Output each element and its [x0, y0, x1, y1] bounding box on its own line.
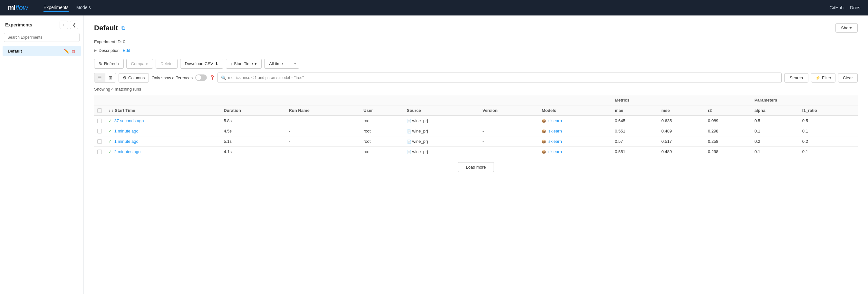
source-icon: 📄 [407, 119, 411, 123]
search-icon: 🔍 [221, 76, 226, 80]
sort-button[interactable]: ↓ Start Time ▾ [226, 59, 261, 69]
run-link[interactable]: 1 minute ago [114, 139, 138, 144]
model-link[interactable]: sklearn [548, 139, 562, 144]
model-link[interactable]: sklearn [548, 149, 562, 154]
run-link[interactable]: 2 minutes ago [114, 149, 141, 154]
search-button[interactable]: Search [784, 73, 808, 83]
row-duration: 4.5s [220, 126, 285, 136]
table-row: ✓ 37 seconds ago 5.8s - root 📄wine_prj -… [94, 116, 858, 126]
time-select[interactable]: All time Last hour Last day Last week La… [264, 59, 299, 69]
logo-ml: ml [8, 4, 16, 12]
compare-button[interactable]: Compare [126, 59, 153, 69]
list-view-button[interactable]: ☰ [94, 73, 105, 82]
runs-table: Metrics Parameters ↓↓ Start Time Duratio… [94, 95, 858, 157]
load-more-button[interactable]: Load more [458, 162, 494, 172]
edit-experiment-icon[interactable]: ✏️ [64, 48, 69, 54]
topnav-models[interactable]: Models [76, 4, 91, 12]
description-toggle[interactable]: ▶ Description [94, 48, 120, 53]
th-group-parameters: Parameters [751, 95, 858, 106]
refresh-button[interactable]: ↻ Refresh [94, 59, 124, 69]
run-link[interactable]: 1 minute ago [114, 129, 138, 134]
description-row: ▶ Description Edit [94, 48, 858, 53]
row-alpha: 0.2 [751, 136, 799, 147]
row-version: - [479, 126, 538, 136]
row-mae: 0.551 [612, 147, 658, 157]
diff-label: Only show differences [151, 76, 193, 80]
row-source: 📄wine_prj [404, 126, 479, 136]
sidebar-title: Experiments [5, 22, 32, 27]
row-user: root [360, 126, 403, 136]
row-r2: 0.298 [705, 147, 751, 157]
source-icon: 📄 [407, 150, 411, 154]
columns-button[interactable]: ⚙ Columns [119, 73, 149, 83]
row-mse: 0.635 [658, 116, 705, 126]
delete-label: Delete [160, 61, 173, 66]
layout: Experiments + ❮ Default ✏️ 🗑 Default ⧉ S… [0, 16, 868, 294]
delete-button[interactable]: Delete [156, 59, 178, 69]
row-run-name: - [285, 126, 360, 136]
search-row: ☰ ⊞ ⚙ Columns Only show differences ❓ 🔍 … [94, 72, 858, 83]
row-checkbox[interactable] [97, 129, 102, 134]
th-user: User [360, 106, 403, 116]
grid-view-button[interactable]: ⊞ [105, 73, 116, 82]
delete-experiment-icon[interactable]: 🗑 [71, 48, 76, 54]
github-link[interactable]: GitHub [830, 5, 844, 10]
row-checkbox[interactable] [97, 150, 102, 154]
row-duration: 5.8s [220, 116, 285, 126]
table-row: ✓ 1 minute ago 5.1s - root 📄wine_prj - 📦… [94, 136, 858, 147]
sidebar-item-actions: ✏️ 🗑 [64, 48, 76, 54]
help-icon[interactable]: ❓ [210, 75, 215, 80]
main-content: Default ⧉ Share Experiment ID: 0 ▶ Descr… [84, 16, 868, 294]
th-duration: Duration [220, 106, 285, 116]
model-icon: 📦 [541, 119, 546, 123]
docs-link[interactable]: Docs [850, 5, 860, 10]
sort-down-icon: ↓ [108, 108, 110, 113]
row-source: 📄wine_prj [404, 147, 479, 157]
add-experiment-button[interactable]: + [60, 21, 68, 29]
filter-button[interactable]: ⚡ Filter [811, 73, 835, 83]
search-experiments-input[interactable] [4, 33, 80, 42]
row-start-time: ✓ 1 minute ago [105, 126, 220, 136]
row-start-time: ✓ 37 seconds ago [105, 116, 220, 126]
refresh-label: Refresh [104, 61, 119, 66]
share-button[interactable]: Share [835, 23, 858, 33]
topnav-experiments[interactable]: Experiments [43, 4, 69, 12]
sidebar-header-actions: + ❮ [60, 21, 78, 29]
status-success-icon: ✓ [108, 129, 112, 134]
diff-toggle-switch[interactable] [195, 75, 207, 81]
th-select-all [94, 106, 105, 116]
row-user: root [360, 116, 403, 126]
row-checkbox[interactable] [97, 119, 102, 123]
row-start-time: ✓ 2 minutes ago [105, 147, 220, 157]
status-success-icon: ✓ [108, 139, 112, 144]
row-version: - [479, 136, 538, 147]
collapse-sidebar-button[interactable]: ❮ [70, 21, 78, 29]
row-source: 📄wine_prj [404, 116, 479, 126]
row-mse: 0.489 [658, 126, 705, 136]
time-select-wrapper: All time Last hour Last day Last week La… [264, 59, 299, 69]
row-checkbox-cell [94, 126, 105, 136]
row-checkbox[interactable] [97, 139, 102, 144]
runs-tbody: ✓ 37 seconds ago 5.8s - root 📄wine_prj -… [94, 116, 858, 157]
row-version: - [479, 116, 538, 126]
copy-icon[interactable]: ⧉ [121, 25, 125, 31]
main-header: Default ⧉ Share [94, 23, 858, 33]
run-link[interactable]: 37 seconds ago [114, 118, 144, 123]
row-duration: 4.1s [220, 147, 285, 157]
clear-button[interactable]: Clear [838, 73, 858, 83]
model-link[interactable]: sklearn [548, 118, 562, 123]
select-all-checkbox[interactable] [97, 108, 102, 113]
sort-chevron-icon: ▾ [254, 61, 257, 66]
row-checkbox-cell [94, 136, 105, 147]
download-csv-button[interactable]: Download CSV ⬇ [180, 59, 223, 69]
search-input-wrap: 🔍 [217, 72, 782, 83]
sidebar-item-default[interactable]: Default ✏️ 🗑 [3, 46, 81, 56]
model-link[interactable]: sklearn [548, 129, 562, 134]
run-search-input[interactable] [228, 76, 778, 80]
row-duration: 5.1s [220, 136, 285, 147]
refresh-icon: ↻ [99, 61, 102, 66]
row-start-time: ✓ 1 minute ago [105, 136, 220, 147]
edit-description-link[interactable]: Edit [123, 48, 130, 53]
filter-label: Filter [822, 76, 831, 80]
th-start-time[interactable]: ↓↓ Start Time [105, 106, 220, 116]
